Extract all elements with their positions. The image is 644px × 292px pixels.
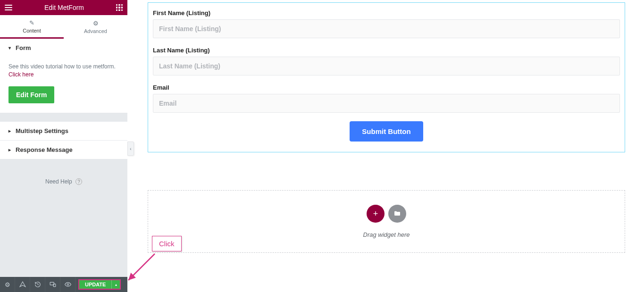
update-dropdown-button[interactable]: ▴ [111,280,120,289]
collapse-sidebar-toggle[interactable]: ‹ [127,142,134,156]
sidebar-tabs: ✎ Content ⚙ Advanced [0,15,127,39]
update-button[interactable]: UPDATE [79,280,111,289]
add-section-button[interactable]: + [367,205,385,223]
edit-form-button[interactable]: Edit Form [8,86,54,103]
history-icon[interactable] [30,277,45,292]
accordion-multistep[interactable]: ▸ Multistep Settings [0,122,127,141]
navigator-icon[interactable] [15,277,30,292]
menu-icon[interactable] [5,5,12,10]
last-name-label: Last Name (Listing) [153,47,620,54]
accordion-response[interactable]: ▸ Response Message [0,141,127,159]
email-label: Email [153,84,620,91]
help-text: See this video tutorial how to use metfo… [8,63,116,70]
pencil-icon: ✎ [29,19,34,26]
tab-advanced[interactable]: ⚙ Advanced [64,15,127,39]
email-input[interactable] [153,94,620,113]
preview-icon[interactable] [60,277,75,292]
add-template-button[interactable] [388,205,406,223]
first-name-input[interactable] [153,19,620,38]
widgets-grid-icon[interactable] [116,4,123,11]
bottom-bar: ⚙ UPDATE ▴ [0,277,127,292]
accordion-response-label: Response Message [16,146,73,153]
accordion-multistep-label: Multistep Settings [16,127,68,134]
editor-canvas: First Name (Listing) Last Name (Listing)… [148,2,625,253]
sidebar-header: Edit MetForm [0,0,127,15]
metform-widget[interactable]: First Name (Listing) Last Name (Listing)… [148,2,625,152]
update-group: UPDATE ▴ [78,279,121,290]
svg-line-3 [128,254,155,280]
caret-right-icon: ▸ [8,128,11,133]
help-link[interactable]: Click here [8,71,33,78]
svg-point-2 [67,284,69,285]
tab-advanced-label: Advanced [84,28,107,34]
annotation-arrow [126,253,157,282]
submit-button[interactable]: Submit Button [350,121,423,142]
caret-right-icon: ▸ [8,147,11,152]
panel-title: Edit MetForm [44,4,84,11]
responsive-icon[interactable] [45,277,60,292]
gear-icon: ⚙ [93,20,99,27]
first-name-label: First Name (Listing) [153,9,620,17]
plus-icon: + [373,209,378,219]
annotation-click-callout: Click [152,236,182,251]
editor-sidebar: Edit MetForm ✎ Content ⚙ Advanced ▾ Form… [0,0,127,292]
caret-down-icon: ▾ [8,45,11,50]
accordion-form-label: Form [16,44,31,51]
need-help[interactable]: Need Help ? [0,159,127,185]
tab-content[interactable]: ✎ Content [0,15,64,39]
tab-content-label: Content [23,28,41,33]
dropzone-text: Drag widget here [363,231,410,238]
dropzone[interactable]: + Drag widget here [148,190,625,253]
help-icon: ? [75,178,82,185]
accordion-form[interactable]: ▾ Form See this video tutorial how to us… [0,39,127,113]
folder-icon [393,210,401,217]
last-name-input[interactable] [153,57,620,75]
form-panel-content: See this video tutorial how to use metfo… [0,57,127,113]
settings-icon[interactable]: ⚙ [0,277,15,292]
